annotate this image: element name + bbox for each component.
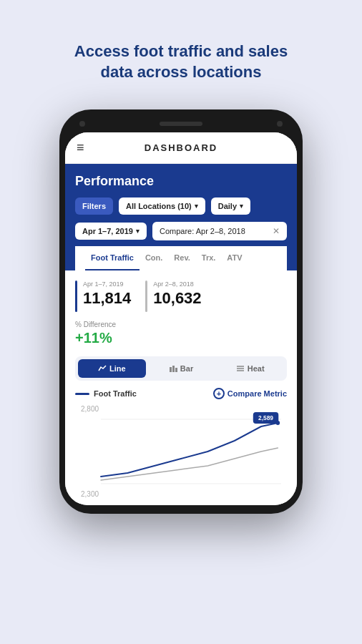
chart-area: 2,800 2,300 2,589	[75, 405, 287, 498]
locations-dropdown[interactable]: All Locations (10) ▾	[119, 197, 205, 215]
phone-notch	[65, 118, 297, 132]
phone-sensor	[277, 121, 283, 127]
performance-section: Performance Filters All Locations (10) ▾…	[65, 164, 297, 270]
svg-point-10	[276, 421, 280, 425]
heat-icon	[236, 364, 245, 373]
filter-row: Filters All Locations (10) ▾ Daily ▾	[75, 197, 287, 215]
svg-text:2,589: 2,589	[258, 414, 273, 421]
plus-circle-icon: +	[213, 388, 225, 399]
tab-con[interactable]: Con.	[140, 246, 168, 270]
tab-atv[interactable]: ATV	[221, 246, 248, 270]
svg-rect-0	[170, 367, 172, 372]
chart-y-bottom: 2,300	[81, 490, 99, 498]
chevron-down-icon: ▾	[195, 203, 198, 210]
heat-chart-button[interactable]: Heat	[216, 359, 284, 378]
frequency-dropdown[interactable]: Daily ▾	[211, 197, 250, 215]
phone-frame: ≡ DASHBOARD Performance Filters All Loca…	[59, 109, 303, 514]
diff-label: % Difference	[75, 321, 287, 328]
secondary-stat-divider	[145, 280, 147, 312]
primary-stat-value: 11,814	[83, 289, 131, 308]
nav-bar: ≡ DASHBOARD	[65, 132, 297, 164]
primary-stat-info: Apr 1–7, 2019 11,814	[83, 280, 131, 308]
stats-section: Apr 1–7, 2019 11,814 Apr 2–8, 2018 10,63…	[65, 270, 297, 505]
bar-icon	[169, 364, 177, 373]
chevron-down-icon: ▾	[240, 203, 243, 210]
legend-line-indicator	[75, 393, 89, 395]
performance-title: Performance	[75, 174, 287, 189]
line-chart-button[interactable]: Line	[78, 359, 146, 378]
chart-y-top: 2,800	[81, 405, 99, 413]
legend-foot-traffic: Foot Traffic	[75, 389, 137, 398]
compare-metric-button[interactable]: + Compare Metric	[213, 388, 287, 399]
page-header: Access foot traffic and sales data acros…	[0, 0, 362, 109]
date-range-button[interactable]: Apr 1–7, 2019 ▾	[75, 223, 147, 240]
legend-label: Foot Traffic	[94, 389, 137, 398]
tabs-row: Foot Traffic Con. Rev. Trx. ATV	[75, 246, 287, 270]
tab-foot-traffic[interactable]: Foot Traffic	[85, 246, 140, 270]
compare-metric-label: Compare Metric	[228, 389, 287, 398]
chart-svg: 2,589	[81, 405, 281, 498]
secondary-stat: Apr 2–8, 2018 10,632	[145, 280, 201, 312]
close-icon[interactable]: ✕	[273, 226, 280, 236]
phone-screen: ≡ DASHBOARD Performance Filters All Loca…	[65, 132, 297, 505]
secondary-stat-value: 10,632	[153, 289, 201, 308]
tab-trx[interactable]: Trx.	[196, 246, 222, 270]
bar-chart-button[interactable]: Bar	[147, 359, 215, 378]
phone-speaker	[160, 122, 202, 126]
legend-row: Foot Traffic + Compare Metric	[75, 388, 287, 399]
secondary-stat-date: Apr 2–8, 2018	[153, 280, 201, 288]
phone-camera	[79, 121, 85, 127]
menu-icon[interactable]: ≡	[77, 140, 84, 155]
filters-button[interactable]: Filters	[75, 197, 113, 215]
nav-title: DASHBOARD	[145, 142, 218, 153]
chevron-down-icon: ▾	[136, 228, 140, 235]
diff-section: % Difference +11%	[75, 321, 287, 346]
secondary-stat-info: Apr 2–8, 2018 10,632	[153, 280, 201, 308]
stats-row: Apr 1–7, 2019 11,814 Apr 2–8, 2018 10,63…	[75, 280, 287, 312]
tab-rev[interactable]: Rev.	[168, 246, 195, 270]
primary-stat: Apr 1–7, 2019 11,814	[75, 280, 131, 312]
date-row: Apr 1–7, 2019 ▾ Compare: Apr 2–8, 2018 ✕	[75, 222, 287, 240]
primary-stat-divider	[75, 280, 77, 312]
svg-rect-2	[175, 368, 177, 372]
chart-type-toggle: Line Bar Heat	[75, 356, 287, 381]
header-title: Access foot traffic and sales data acros…	[29, 21, 333, 97]
svg-rect-1	[172, 366, 175, 372]
line-icon	[98, 364, 107, 373]
primary-stat-date: Apr 1–7, 2019	[83, 280, 131, 288]
diff-value: +11%	[75, 330, 287, 346]
compare-date-button[interactable]: Compare: Apr 2–8, 2018 ✕	[152, 222, 287, 240]
